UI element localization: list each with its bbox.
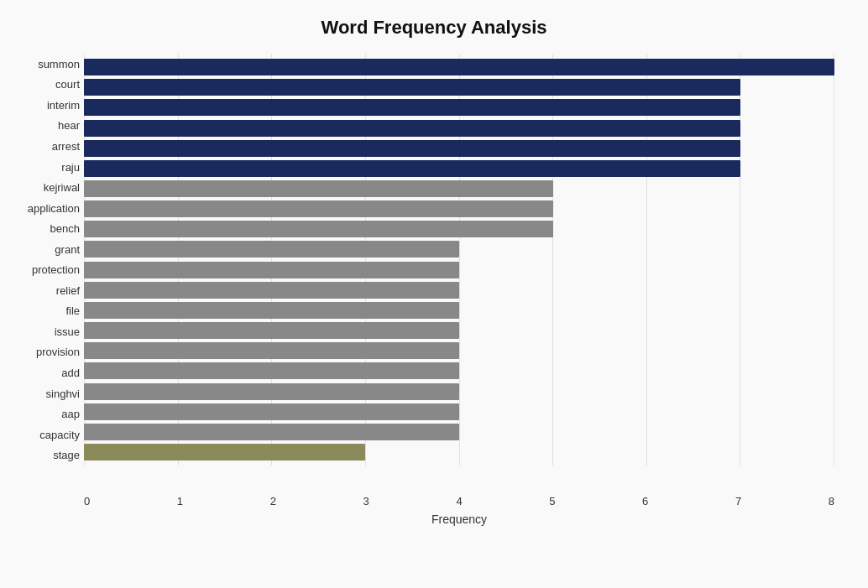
y-label: summon [4, 59, 80, 70]
bar-row [84, 260, 834, 280]
chart-title: Word Frequency Analysis [34, 17, 834, 39]
y-label: relief [4, 285, 80, 296]
bar-row [84, 422, 834, 442]
bar [84, 282, 459, 299]
y-label: arrest [4, 141, 80, 152]
bar [84, 383, 459, 400]
chart-container: Word Frequency Analysis summoncourtinter… [0, 0, 868, 588]
x-tick: 1 [177, 495, 183, 507]
bar-row [84, 199, 834, 219]
y-label: court [4, 79, 80, 90]
bar [84, 342, 459, 359]
bar [84, 241, 459, 258]
bar-row [84, 117, 834, 138]
bar [84, 160, 740, 177]
y-label: protection [4, 264, 80, 275]
x-tick: 3 [363, 495, 369, 507]
bars-wrapper [84, 54, 834, 466]
x-tick: 4 [456, 495, 462, 507]
bar-row [84, 402, 834, 422]
y-label: stage [4, 450, 80, 461]
y-label: raju [4, 162, 80, 173]
x-axis: 012345678 [84, 495, 834, 507]
bar [84, 262, 459, 278]
y-label: hear [4, 120, 80, 131]
x-tick: 5 [549, 495, 555, 507]
bar-row [84, 239, 834, 259]
bar [84, 444, 365, 461]
bar [84, 99, 740, 116]
bar [84, 362, 459, 379]
x-tick: 6 [642, 495, 648, 507]
bar-row [84, 57, 834, 77]
y-label: capacity [4, 429, 80, 440]
bar [84, 180, 553, 197]
bars-and-grid: 012345678 Frequency [84, 54, 834, 466]
bar-row [84, 320, 834, 341]
bar [84, 302, 459, 319]
y-label: issue [4, 326, 80, 337]
bar-row [84, 179, 834, 199]
bar-row [84, 382, 834, 402]
y-label: interim [4, 100, 80, 111]
x-axis-label: Frequency [84, 513, 834, 526]
bar [84, 59, 834, 75]
y-label: grant [4, 244, 80, 255]
bar [84, 200, 553, 217]
y-label: singhvi [4, 388, 80, 399]
y-label: file [4, 305, 80, 316]
bar-row [84, 280, 834, 300]
bar-row [84, 361, 834, 381]
x-tick: 0 [84, 495, 90, 507]
chart-area: summoncourtinterimheararrestrajukejriwal… [84, 54, 834, 516]
y-label: application [4, 203, 80, 214]
bar-row [84, 341, 834, 361]
bar-row [84, 219, 834, 239]
bar [84, 221, 553, 237]
bar [84, 424, 459, 440]
bar-row [84, 77, 834, 97]
bar [84, 140, 740, 157]
bar [84, 120, 740, 137]
bar-row [84, 138, 834, 159]
bar-row [84, 300, 834, 320]
bar-row [84, 442, 834, 462]
y-label: aap [4, 408, 80, 419]
y-label: add [4, 367, 80, 378]
bar [84, 79, 740, 96]
y-label: kejriwal [4, 182, 80, 193]
bar-row [84, 97, 834, 117]
y-label: provision [4, 346, 80, 357]
bar [84, 403, 459, 420]
x-tick: 2 [270, 495, 276, 507]
x-tick: 8 [829, 495, 834, 507]
y-label: bench [4, 223, 80, 234]
x-tick: 7 [735, 495, 741, 507]
bar [84, 322, 459, 339]
bar-row [84, 159, 834, 179]
